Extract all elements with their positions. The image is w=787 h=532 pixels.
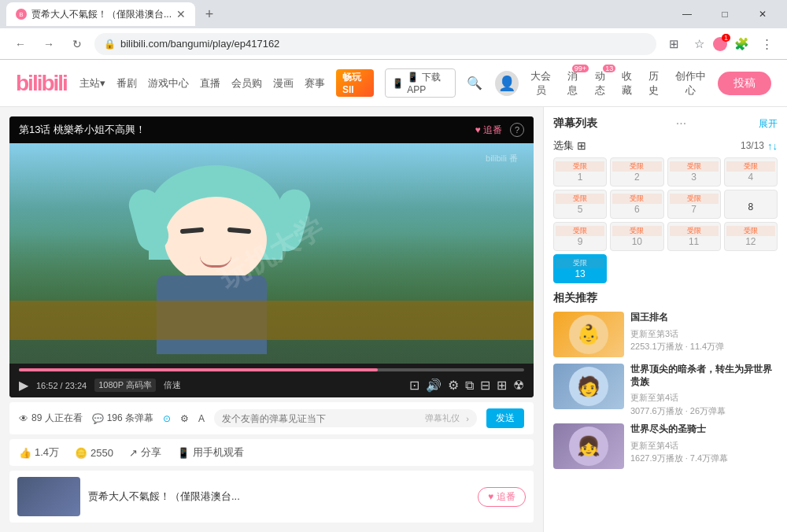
settings-icon[interactable]: ⚙ xyxy=(448,378,459,393)
theater-icon[interactable]: ⊟ xyxy=(480,378,490,393)
pip-icon[interactable]: ⧉ xyxy=(465,379,474,393)
episode-item-9[interactable]: 受限 9 xyxy=(553,222,607,251)
related-item-2[interactable]: 🧑 世界顶尖的暗杀者，转生为异世界贵族 更新至第4话 3077.6万播放 · 2… xyxy=(553,364,778,417)
speed-button[interactable]: 倍速 xyxy=(164,379,181,391)
danmaku-etiquette-link[interactable]: 弹幕礼仪 xyxy=(425,412,460,424)
follow-button-bottom[interactable]: ♥ 追番 xyxy=(478,487,526,507)
nav-message[interactable]: 消息 99+ xyxy=(563,69,582,98)
bilibili-watermark: bilibili 番 xyxy=(486,153,518,164)
message-badge: 99+ xyxy=(572,65,589,72)
site-logo[interactable]: bilibili xyxy=(16,71,67,96)
nav-special[interactable]: 畅玩SII xyxy=(336,69,374,97)
bookmark-icon[interactable]: ☆ xyxy=(688,33,710,55)
episode-item-13[interactable]: 受限 13 xyxy=(553,254,607,283)
tab-close-button[interactable]: ✕ xyxy=(176,8,186,20)
episode-item-6[interactable]: 受限 6 xyxy=(610,190,663,219)
nav-vip[interactable]: 大会员 xyxy=(527,69,556,98)
bottom-thumbnail: 贾希大人不氣餒！（僅限港澳台... ♥ 追番 xyxy=(9,471,534,523)
nav-manga[interactable]: 漫画 xyxy=(273,76,294,91)
selector-header: 选集 ⊞ 13/13 ↑↓ xyxy=(553,139,778,153)
nav-history[interactable]: 历史 xyxy=(645,69,663,98)
toggle-switch[interactable]: ⊙ xyxy=(163,413,171,424)
volume-icon[interactable]: 🔊 xyxy=(426,378,442,393)
lock-icon: 🔒 xyxy=(104,39,116,50)
related-thumb-3: 👧 xyxy=(553,423,624,469)
search-button[interactable]: 🔍 xyxy=(467,76,482,91)
danmaku-more-button[interactable]: ··· xyxy=(676,116,686,131)
maximize-button[interactable]: □ xyxy=(707,0,743,28)
new-tab-button[interactable]: + xyxy=(198,3,220,25)
danmaku-input[interactable] xyxy=(222,413,419,424)
episode-item-2[interactable]: 受限 2 xyxy=(610,157,663,187)
close-button[interactable]: ✕ xyxy=(745,0,781,28)
episode-selector: 选集 ⊞ 13/13 ↑↓ 受限 1 受限 2 受限 3 xyxy=(553,139,778,283)
extensions-icon[interactable]: 🧩 xyxy=(730,33,752,55)
nav-anime[interactable]: 番剧 xyxy=(116,76,137,91)
more-tools-icon[interactable]: ⋮ xyxy=(756,33,778,55)
play-button[interactable]: ▶ xyxy=(19,378,28,393)
share-button[interactable]: ↗ 分享 xyxy=(129,445,161,460)
video-controls: ▶ 16:52 / 23:24 1080P 高码率 倍速 ⊡ 🔊 ⚙ ⧉ ⊟ ⊞… xyxy=(9,364,534,397)
help-button[interactable]: ? xyxy=(510,123,524,137)
arrow-icon: › xyxy=(466,414,469,423)
main-content: 第13话 桃樂希小姐不高興！ ♥ 追番 ? xyxy=(0,107,787,532)
video-title-bar: 第13话 桃樂希小姐不高興！ ♥ 追番 ? xyxy=(9,116,534,143)
episode-item-1[interactable]: 受限 1 xyxy=(553,157,607,187)
fullscreen-icon[interactable]: ☢ xyxy=(513,378,524,393)
nav-esports[interactable]: 赛事 xyxy=(305,76,325,91)
episode-item-3[interactable]: 受限 3 xyxy=(667,157,721,187)
episode-item-12[interactable]: 受限 12 xyxy=(724,222,778,251)
progress-bar[interactable] xyxy=(19,368,524,371)
episode-item-11[interactable]: 受限 11 xyxy=(667,222,721,251)
url-bar[interactable]: 🔒 bilibili.com/bangumi/play/ep417162 xyxy=(94,33,656,55)
sort-icon[interactable]: ↑↓ xyxy=(767,140,778,152)
active-tab[interactable]: B 贾希大人不氣餒！（僅限港澳台... ✕ xyxy=(6,2,195,26)
follow-button[interactable]: ♥ 追番 xyxy=(475,124,502,137)
url-text: bilibili.com/bangumi/play/ep417162 xyxy=(120,38,647,50)
forward-button[interactable]: → xyxy=(38,33,60,55)
settings-danmaku-icon[interactable]: ⚙ xyxy=(180,413,189,424)
episode-item-8[interactable]: - 8 xyxy=(724,190,778,219)
toolbar-icons: ⊞ ☆ 1 🧩 ⋮ xyxy=(663,33,778,55)
nav-creator[interactable]: 创作中心 xyxy=(671,69,710,98)
site-nav: 主站▾ 番剧 游戏中心 直播 会员购 漫画 赛事 畅玩SII 📱 📱 下载APP… xyxy=(79,68,482,98)
nav-main[interactable]: 主站▾ xyxy=(79,76,105,91)
nav-live[interactable]: 直播 xyxy=(200,76,220,91)
download-app-button[interactable]: 📱 📱 下载APP xyxy=(385,68,456,98)
widescreen-icon[interactable]: ⊞ xyxy=(497,378,507,393)
nav-favorites[interactable]: 收藏 xyxy=(617,69,636,98)
episode-item-7[interactable]: 受限 7 xyxy=(667,190,721,219)
related-title: 相关推荐 xyxy=(553,291,778,305)
reload-button[interactable]: ↻ xyxy=(66,33,88,55)
video-frame[interactable]: bilibili 番 玩机大学 xyxy=(9,143,534,364)
episode-item-4[interactable]: 受限 4 xyxy=(724,157,778,187)
share-icon: ↗ xyxy=(129,447,138,459)
user-avatar[interactable]: 👤 xyxy=(495,71,519,96)
episode-item-5[interactable]: 受限 5 xyxy=(553,190,607,219)
nav-shop[interactable]: 会员购 xyxy=(231,76,262,91)
episode-count: 13/13 xyxy=(741,140,764,151)
related-item-1[interactable]: 👶 国王排名 更新至第3话 2253.1万播放 · 11.4万弹 xyxy=(553,312,778,357)
episode-item-10[interactable]: 受限 10 xyxy=(610,222,663,251)
quality-button[interactable]: 1080P 高码率 xyxy=(94,379,156,392)
nav-dynamic[interactable]: 动态 13 xyxy=(590,69,609,98)
viewers-count: 👁 89 人正在看 xyxy=(19,412,83,425)
danmaku-input-area[interactable]: 弹幕礼仪 › xyxy=(214,409,477,427)
send-danmaku-button[interactable]: 发送 xyxy=(486,408,524,428)
extension-badge[interactable]: 1 xyxy=(713,37,727,51)
nav-game[interactable]: 游戏中心 xyxy=(148,76,189,91)
like-button[interactable]: 👍 1.4万 xyxy=(19,445,59,460)
site-header: bilibili 主站▾ 番剧 游戏中心 直播 会员购 漫画 赛事 畅玩SII … xyxy=(0,60,787,107)
related-meta-2: 更新至第4话 3077.6万播放 · 26万弹幕 xyxy=(630,391,778,417)
video-container: 第13话 桃樂希小姐不高興！ ♥ 追番 ? xyxy=(9,116,534,397)
related-name-3: 世界尽头的圣骑士 xyxy=(630,423,778,436)
translate-icon[interactable]: ⊞ xyxy=(663,33,685,55)
minimize-button[interactable]: — xyxy=(669,0,705,28)
coin-button[interactable]: 🪙 2550 xyxy=(75,447,113,459)
related-item-3[interactable]: 👧 世界尽头的圣骑士 更新至第4话 1627.9万播放 · 7.4万弹幕 xyxy=(553,423,778,469)
post-button[interactable]: 投稿 xyxy=(718,72,771,95)
mobile-watch-button[interactable]: 📱 用手机观看 xyxy=(177,445,244,460)
subtitle-icon[interactable]: ⊡ xyxy=(409,378,419,393)
back-button[interactable]: ← xyxy=(9,33,31,55)
danmaku-expand-button[interactable]: 展开 xyxy=(759,117,778,131)
